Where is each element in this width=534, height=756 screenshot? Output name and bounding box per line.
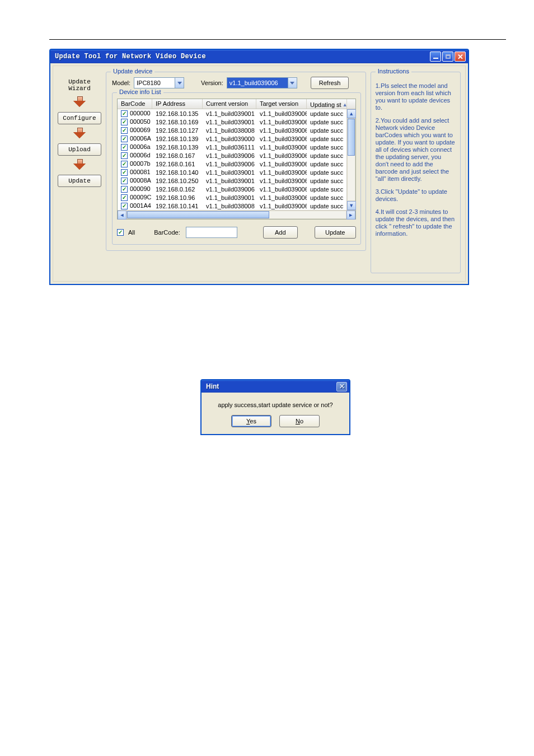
table-row[interactable]: 00007b192.168.0.161v1.1_build039006v1.1_… (118, 160, 355, 168)
step-update-button[interactable]: Update (58, 175, 101, 187)
row-checkbox[interactable] (121, 152, 128, 159)
all-label: All (128, 229, 135, 236)
row-status: update succ (307, 110, 347, 117)
close-button[interactable]: ✕ (455, 52, 466, 62)
row-checkbox[interactable] (121, 119, 128, 125)
row-status: update succ (307, 161, 347, 167)
chevron-down-icon (288, 78, 297, 88)
table-row[interactable]: 00006A192.168.10.139v1.1_build039000v1.1… (118, 134, 355, 143)
row-ip: 192.168.0.161 (152, 161, 203, 167)
table-row[interactable]: 00009C192.168.10.96v1.1_build039001v1.1_… (118, 193, 355, 202)
all-checkbox[interactable] (117, 229, 124, 236)
table-row[interactable]: 000069192.168.10.127v1.1_build038008v1.1… (118, 126, 355, 134)
scroll-down-icon[interactable]: ▼ (347, 201, 356, 210)
wizard-title: Update Wizard (68, 78, 91, 92)
horizontal-scrollbar[interactable]: ◄ ► (118, 210, 355, 219)
row-checkbox[interactable] (121, 127, 128, 134)
scroll-right-icon[interactable]: ► (346, 211, 355, 220)
col-target-version[interactable]: Target version (256, 99, 307, 109)
table-row[interactable]: 00008A192.168.10.250v1.1_build039001v1.1… (118, 176, 355, 185)
barcode-input[interactable] (186, 227, 237, 238)
row-status: update succ (307, 203, 347, 209)
update-button[interactable]: Update (315, 226, 356, 239)
refresh-button[interactable]: Refresh (311, 77, 349, 89)
table-row[interactable]: 000000192.168.10.135v1.1_build039001v1.1… (118, 109, 355, 118)
row-checkbox[interactable] (121, 110, 128, 117)
row-target-version: v1.1_build039006 (256, 136, 307, 142)
row-checkbox[interactable] (121, 169, 128, 176)
row-checkbox[interactable] (121, 161, 128, 167)
scroll-thumb[interactable] (348, 119, 355, 156)
scroll-thumb[interactable] (127, 211, 269, 218)
table-row[interactable]: 000081192.168.10.140v1.1_build039001v1.1… (118, 168, 355, 176)
row-ip: 192.168.10.250 (152, 178, 203, 184)
row-target-version: v1.1_build039006 (256, 127, 307, 134)
hint-yes-button[interactable]: Yes (231, 415, 271, 427)
row-status: update succ (307, 169, 347, 176)
window-titlebar[interactable]: Update Tool for Network Video Device ✕ (50, 50, 468, 63)
main-window: Update Tool for Network Video Device ✕ U… (49, 49, 469, 285)
step-upload-button[interactable]: Upload (58, 143, 101, 156)
row-barcode: 000050 (130, 118, 151, 125)
row-target-version: v1.1_build039006 (256, 203, 307, 209)
row-checkbox[interactable] (121, 203, 128, 209)
row-status: update succ (307, 194, 347, 201)
row-checkbox[interactable] (121, 194, 128, 201)
col-current-version[interactable]: Current version (203, 99, 256, 109)
instruction-1: 1.Pls select the model and version from … (376, 82, 456, 111)
vertical-scrollbar[interactable]: ▲ ▼ (346, 109, 355, 210)
listview-header[interactable]: BarCode IP Address Current version Targe… (118, 99, 355, 109)
row-barcode: 000081 (130, 169, 151, 175)
instruction-4: 4.It will cost 2-3 minutes to update the… (376, 208, 456, 237)
model-combo[interactable]: IPC8180 (134, 77, 184, 88)
table-row[interactable]: 00006a192.168.10.139v1.1_build036111v1.1… (118, 143, 355, 151)
step-configure-button[interactable]: Configure (58, 112, 101, 124)
row-ip: 192.168.10.96 (152, 194, 203, 201)
table-row[interactable]: 000090192.168.0.162v1.1_build039006v1.1_… (118, 185, 355, 193)
col-updating-status[interactable]: Updating st ▲ (307, 99, 347, 109)
row-target-version: v1.1_build039006 (256, 152, 307, 159)
device-listview[interactable]: BarCode IP Address Current version Targe… (117, 99, 356, 220)
row-barcode: 00008A (130, 177, 151, 184)
row-target-version: v1.1_build039006 (256, 144, 307, 151)
model-value: IPC8180 (134, 80, 175, 86)
row-checkbox[interactable] (121, 136, 128, 142)
row-ip: 192.168.10.141 (152, 203, 203, 209)
page-divider (49, 39, 506, 40)
row-checkbox[interactable] (121, 144, 128, 151)
minimize-button[interactable] (430, 52, 441, 62)
hint-close-button[interactable]: ✕ (336, 382, 347, 391)
row-target-version: v1.1_build039006 (256, 186, 307, 193)
hint-titlebar[interactable]: Hint ✕ (202, 380, 349, 393)
close-icon: ✕ (339, 382, 345, 390)
row-current-version: v1.1_build039001 (203, 178, 256, 184)
add-button[interactable]: Add (263, 226, 298, 239)
row-status: update succ (307, 144, 347, 151)
col-barcode[interactable]: BarCode (118, 99, 152, 109)
table-row[interactable]: 00006d192.168.0.167v1.1_build039006v1.1_… (118, 151, 355, 160)
model-label: Model: (112, 80, 130, 86)
hint-no-button[interactable]: No (279, 415, 320, 427)
arrow-down-icon (73, 128, 86, 139)
row-status: update succ (307, 119, 347, 125)
table-row[interactable]: 0001A4192.168.10.141v1.1_build038008v1.1… (118, 202, 355, 210)
version-combo[interactable]: v1.1_build039006 (227, 77, 297, 88)
col-ip[interactable]: IP Address (152, 99, 203, 109)
table-row[interactable]: 000050192.168.10.169v1.1_build039001v1.1… (118, 118, 355, 126)
row-barcode: 00006d (130, 152, 151, 158)
scroll-left-icon[interactable]: ◄ (118, 211, 127, 220)
maximize-button[interactable] (442, 52, 453, 62)
row-status: update succ (307, 127, 347, 134)
scroll-up-icon[interactable]: ▲ (347, 109, 356, 118)
row-current-version: v1.1_build039000 (203, 136, 256, 142)
row-current-version: v1.1_build039001 (203, 194, 256, 201)
row-barcode: 000000 (130, 110, 151, 116)
row-checkbox[interactable] (121, 178, 128, 184)
row-current-version: v1.1_build038008 (203, 127, 256, 134)
row-checkbox[interactable] (121, 186, 128, 193)
row-ip: 192.168.10.140 (152, 169, 203, 176)
version-value: v1.1_build039006 (227, 80, 288, 86)
row-target-version: v1.1_build039006 (256, 110, 307, 117)
row-barcode: 00006a (130, 143, 151, 150)
row-ip: 192.168.0.167 (152, 152, 203, 159)
